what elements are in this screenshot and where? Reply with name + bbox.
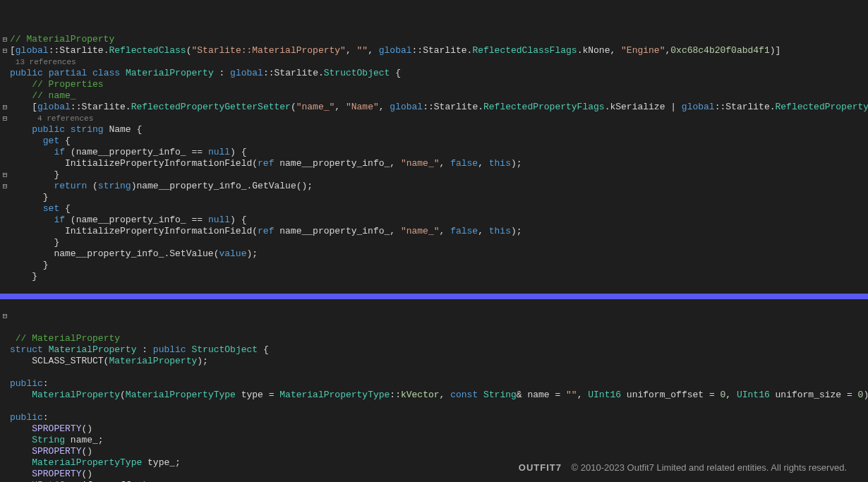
brand-logo: OUTFIT7 xyxy=(519,462,562,473)
fold-toggle xyxy=(0,435,10,446)
code-line[interactable] xyxy=(10,401,868,412)
code-line[interactable]: get { xyxy=(10,135,868,147)
fold-toggle xyxy=(0,79,10,90)
code-line[interactable]: MaterialProperty(MaterialPropertyType ty… xyxy=(10,390,868,401)
code-line[interactable]: public partial class MaterialProperty : … xyxy=(10,68,868,79)
fold-toggle[interactable]: ⊟ xyxy=(0,113,10,124)
code-line[interactable]: // MaterialProperty xyxy=(10,333,868,344)
fold-toggle xyxy=(0,356,10,367)
fold-toggle xyxy=(0,158,10,169)
fold-toggle xyxy=(0,457,10,469)
fold-toggle xyxy=(0,322,10,333)
fold-toggle xyxy=(0,56,10,68)
code-line[interactable]: } xyxy=(10,169,868,181)
fold-toggle xyxy=(0,446,10,457)
fold-toggle xyxy=(0,23,10,34)
fold-toggle xyxy=(0,378,10,390)
code-line[interactable]: 4 references xyxy=(10,113,868,124)
code-line[interactable]: } xyxy=(10,192,868,203)
fold-toggle xyxy=(0,412,10,423)
fold-toggle xyxy=(0,333,10,344)
code-line[interactable]: SPROPERTY() xyxy=(10,446,868,457)
code-line[interactable]: name__property_info_.SetValue(value); xyxy=(10,248,868,260)
code-line[interactable]: } xyxy=(10,237,868,248)
fold-toggle xyxy=(0,124,10,135)
fold-toggle[interactable]: ⊟ xyxy=(0,181,10,192)
fold-toggle[interactable]: ⊟ xyxy=(0,34,10,45)
footer: OUTFIT7 © 2010-2023 Outfit7 Limited and … xyxy=(519,462,847,474)
fold-toggle xyxy=(0,68,10,79)
code-line[interactable]: [global::Starlite.ReflectedPropertyGette… xyxy=(10,102,868,113)
top-fold-gutter[interactable]: ⊟⊟⊟⊟⊟⊟ xyxy=(0,0,10,248)
fold-toggle xyxy=(0,203,10,215)
fold-toggle xyxy=(0,469,10,480)
code-line[interactable]: if (name__property_info_ == null) { xyxy=(10,215,868,226)
code-line[interactable]: // name_ xyxy=(10,90,868,102)
bottom-code-area[interactable]: // MaterialPropertystruct MaterialProper… xyxy=(0,333,868,482)
bottom-code-pane[interactable]: ⊟ // MaterialPropertystruct MaterialProp… xyxy=(0,299,868,482)
code-line[interactable]: [global::Starlite.ReflectedClass("Starli… xyxy=(10,45,868,56)
fold-toggle xyxy=(0,367,10,378)
fold-toggle xyxy=(0,135,10,147)
code-line[interactable]: InitializePropertyInformationField(ref n… xyxy=(10,226,868,237)
fold-toggle[interactable]: ⊟ xyxy=(0,45,10,56)
fold-toggle xyxy=(0,215,10,226)
code-line[interactable]: InitializePropertyInformationField(ref n… xyxy=(10,158,868,169)
fold-toggle xyxy=(0,344,10,356)
fold-toggle xyxy=(0,90,10,102)
top-code-pane[interactable]: ⊟⊟⊟⊟⊟⊟ // MaterialProperty[global::Starl… xyxy=(0,0,868,294)
fold-toggle xyxy=(0,192,10,203)
bottom-fold-gutter[interactable]: ⊟ xyxy=(0,299,10,482)
code-line[interactable]: SPROPERTY() xyxy=(10,423,868,435)
fold-toggle xyxy=(0,390,10,401)
code-line[interactable]: if (name__property_info_ == null) { xyxy=(10,147,868,158)
fold-toggle xyxy=(0,226,10,237)
code-line[interactable]: public: xyxy=(10,412,868,423)
fold-toggle xyxy=(0,401,10,412)
code-line[interactable]: String name_; xyxy=(10,435,868,446)
code-line[interactable]: SCLASS_STRUCT(MaterialProperty); xyxy=(10,356,868,367)
top-code-area[interactable]: // MaterialProperty[global::Starlite.Ref… xyxy=(0,34,868,282)
fold-toggle xyxy=(0,299,10,311)
code-line[interactable]: return (string)name__property_info_.GetV… xyxy=(10,181,868,192)
fold-toggle[interactable]: ⊟ xyxy=(0,102,10,113)
fold-toggle xyxy=(0,0,10,11)
code-line[interactable]: set { xyxy=(10,203,868,215)
fold-toggle xyxy=(0,147,10,158)
fold-toggle xyxy=(0,237,10,248)
code-line[interactable]: 13 references xyxy=(10,56,868,68)
split-divider[interactable] xyxy=(0,294,868,299)
fold-toggle xyxy=(0,11,10,23)
code-line[interactable]: } xyxy=(10,271,868,282)
code-line[interactable]: } xyxy=(10,260,868,271)
code-line[interactable]: public: xyxy=(10,378,868,390)
fold-toggle[interactable]: ⊟ xyxy=(0,169,10,181)
fold-toggle xyxy=(0,423,10,435)
code-line[interactable]: public string Name { xyxy=(10,124,868,135)
code-line[interactable] xyxy=(10,367,868,378)
code-line[interactable]: // MaterialProperty xyxy=(10,34,868,45)
fold-toggle[interactable]: ⊟ xyxy=(0,311,10,322)
code-line[interactable]: struct MaterialProperty : public StructO… xyxy=(10,344,868,356)
code-line[interactable]: // Properties xyxy=(10,79,868,90)
copyright-text: © 2010-2023 Outfit7 Limited and related … xyxy=(572,462,847,473)
